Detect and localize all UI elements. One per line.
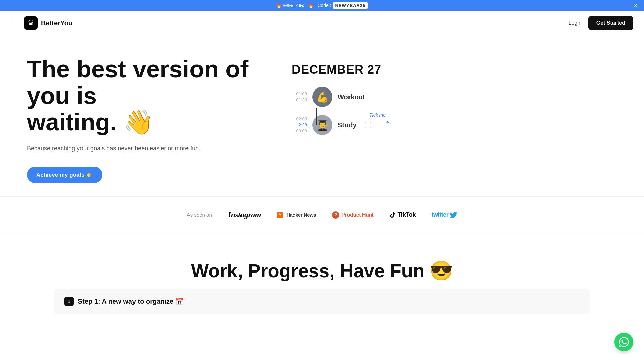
hackernews-brand[interactable]: Y Hacker News <box>277 212 316 218</box>
tick-me-label: Tick me <box>369 112 386 118</box>
twitter-brand[interactable]: twitter <box>432 211 458 218</box>
schedule-date: DECEMBER 27 <box>292 63 399 77</box>
login-button[interactable]: Login <box>569 20 582 26</box>
hamburger-line <box>12 23 19 23</box>
as-seen-label: As seen on <box>187 212 212 218</box>
schedule-connector <box>316 108 317 125</box>
workout-time: 01:08 01:38 <box>292 91 307 103</box>
study-label: Study <box>338 121 357 129</box>
price-new: 49€ <box>296 3 304 8</box>
study-time: 02:08 2:38 03:08 <box>292 116 307 134</box>
logo-text: BetterYou <box>41 19 72 27</box>
banner-content: 🔥 199€ 49€ 🔥 Code : NEWYEAR25 <box>276 3 368 8</box>
study-checkbox[interactable] <box>365 122 371 128</box>
study-time-end: 03:08 <box>292 128 307 134</box>
study-emoji: 👨‍🎓 <box>316 119 329 131</box>
navbar-brand: ♛ BetterYou <box>11 16 72 30</box>
step1-text: Step 1: A new way to organize 📅 <box>78 297 184 305</box>
workout-time-end: 01:38 <box>292 97 307 103</box>
twitter-bird-icon <box>450 212 457 218</box>
hackernews-icon: Y <box>277 212 283 218</box>
study-avatar: 👨‍🎓 <box>312 115 332 135</box>
whatsapp-fab-button[interactable] <box>614 333 633 351</box>
schedule-item-study: 02:08 2:38 03:08 👨‍🎓 Study Tick me ↩ <box>292 115 399 135</box>
tiktok-brand[interactable]: TikTok <box>389 211 415 219</box>
hero-left: The best version of you iswaiting. 👋 Bec… <box>27 56 278 183</box>
hamburger-button[interactable] <box>11 19 21 27</box>
as-seen-on-section: As seen on Instagram Y Hacker News P Pro… <box>0 196 644 233</box>
instagram-brand[interactable]: Instagram <box>228 210 261 219</box>
producthunt-brand[interactable]: P Product Hunt <box>332 211 373 219</box>
price-old: 199€ <box>283 3 293 8</box>
logo-crown: ♛ <box>28 19 34 27</box>
workout-time-start: 01:08 <box>292 91 307 97</box>
navbar: ♛ BetterYou Login Get Started <box>0 11 644 36</box>
fire-left: 🔥 <box>276 3 282 8</box>
hamburger-line <box>12 21 19 21</box>
whatsapp-icon <box>619 337 629 347</box>
hamburger-line <box>12 25 19 25</box>
achieve-goals-button[interactable]: Achieve my goals 👉 <box>27 167 102 183</box>
step1-number: 1 <box>64 297 74 306</box>
schedule-items: 01:08 01:38 💪 Workout 02:08 2:38 03:08 � <box>292 87 399 143</box>
logo-icon: ♛ <box>24 16 38 30</box>
fire-right: 🔥 <box>308 3 314 8</box>
study-time-start: 02:08 <box>292 116 307 122</box>
work-section-title: Work, Progress, Have Fun 😎 <box>27 260 617 282</box>
study-time-highlighted: 2:38 <box>292 122 307 128</box>
get-started-button[interactable]: Get Started <box>588 16 633 30</box>
workout-label: Workout <box>338 93 365 101</box>
schedule-item-workout: 01:08 01:38 💪 Workout <box>292 87 399 107</box>
tiktok-icon <box>389 211 396 219</box>
banner-close-button[interactable]: × <box>634 2 637 8</box>
workout-emoji: 💪 <box>316 91 329 103</box>
hero-subtitle: Because reaching your goals has never be… <box>27 144 278 154</box>
hero-title: The best version of you iswaiting. 👋 <box>27 56 278 136</box>
code-label: Code : <box>317 3 331 8</box>
tick-me-arrow-icon: ↩ <box>385 118 393 127</box>
schedule-widget: DECEMBER 27 01:08 01:38 💪 Workout 02:08 <box>292 63 399 143</box>
producthunt-icon: P <box>332 211 339 219</box>
navbar-actions: Login Get Started <box>569 16 633 30</box>
hero-section: The best version of you iswaiting. 👋 Bec… <box>0 36 644 196</box>
workout-avatar: 💪 <box>312 87 332 107</box>
step1-box: 1 Step 1: A new way to organize 📅 <box>54 289 590 314</box>
promo-code: NEWYEAR25 <box>333 2 368 9</box>
work-section: Work, Progress, Have Fun 😎 1 Step 1: A n… <box>0 233 644 327</box>
promo-banner: 🔥 199€ 49€ 🔥 Code : NEWYEAR25 × <box>0 0 644 11</box>
